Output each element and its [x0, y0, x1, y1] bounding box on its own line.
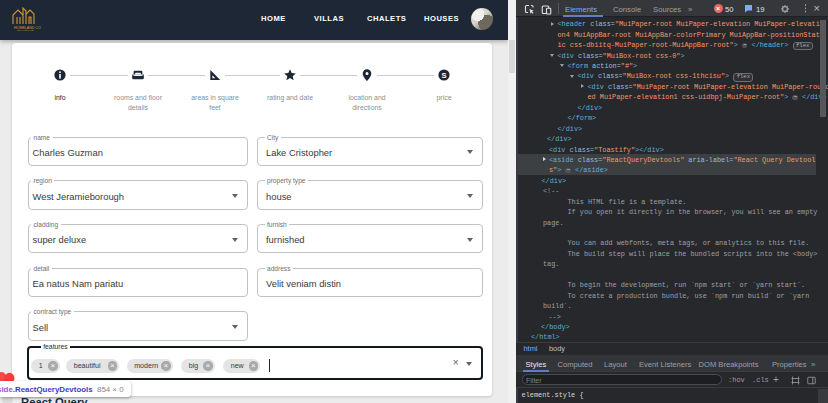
svg-text:S: S	[441, 71, 446, 80]
svg-text:REAL ESTATE: REAL ESTATE	[17, 29, 34, 31]
